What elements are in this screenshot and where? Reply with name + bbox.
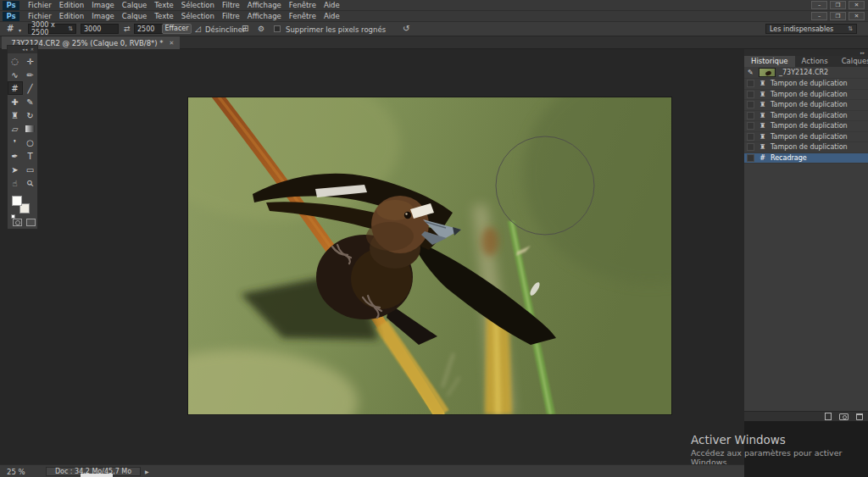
quick-selection-tool[interactable]: ✏ — [23, 68, 38, 81]
dodge-tool[interactable]: ○ — [23, 136, 38, 149]
restore-button[interactable]: ❐ — [830, 12, 846, 20]
healing-brush-tool[interactable]: ✚ — [8, 95, 23, 108]
delete-state-icon[interactable] — [856, 413, 863, 420]
history-source-well[interactable] — [747, 143, 754, 151]
history-source-well[interactable] — [747, 80, 754, 87]
hand-tool-icon: ☝ — [12, 179, 17, 188]
delete-cropped-pixels-checkbox[interactable] — [274, 25, 281, 32]
type-tool[interactable]: T — [23, 149, 38, 163]
history-entry[interactable]: ♜Tampon de duplication — [744, 79, 868, 90]
menu-edition[interactable]: Edition — [59, 11, 84, 22]
history-source-well[interactable] — [747, 154, 754, 162]
menu-affichage[interactable]: Affichage — [248, 0, 281, 11]
history-brush-tool[interactable]: ↻ — [23, 108, 38, 122]
quick-mask-icon[interactable] — [13, 219, 22, 226]
menu-texte[interactable]: Texte — [154, 11, 173, 22]
history-source-well[interactable] — [747, 133, 754, 141]
reset-tool-icon[interactable]: ↺ — [403, 24, 409, 33]
brush-tool[interactable]: ✎ — [23, 95, 38, 108]
swap-dimensions-icon[interactable]: ⇄ — [124, 25, 131, 33]
clear-button[interactable]: Effacer — [162, 24, 192, 34]
screen-mode-icon[interactable] — [26, 219, 36, 226]
menu-fichier[interactable]: Fichier — [28, 11, 52, 22]
menu-image[interactable]: Image — [92, 11, 114, 22]
menu-filtre[interactable]: Filtre — [222, 0, 240, 11]
zoom-level-field[interactable]: 25 % — [7, 468, 25, 476]
shape-tool[interactable]: ▭ — [23, 163, 38, 176]
brush-tool-icon: ✎ — [26, 97, 33, 107]
stamp-icon: ♜ — [758, 101, 767, 108]
gradient-tool[interactable] — [23, 122, 38, 136]
foreground-color-swatch[interactable] — [12, 196, 22, 206]
tab-actions[interactable]: Actions — [795, 56, 835, 67]
close-button[interactable]: ✕ — [849, 1, 865, 9]
history-entry[interactable]: ♜Tampon de duplication — [744, 100, 868, 111]
menu-filtre[interactable]: Filtre — [222, 11, 240, 22]
menu-calque[interactable]: Calque — [122, 11, 147, 22]
tab-historique[interactable]: Historique — [744, 56, 795, 67]
menu-fenetre[interactable]: Fenêtre — [289, 0, 316, 11]
blur-tool[interactable]: ❜ — [8, 136, 23, 149]
clone-stamp-tool[interactable]: ♜ — [8, 108, 23, 122]
tab-calques[interactable]: Calques — [835, 56, 868, 67]
restore-button[interactable]: ❐ — [830, 1, 846, 9]
healing-brush-tool-icon: ✚ — [11, 97, 18, 107]
history-source-well[interactable] — [747, 101, 754, 108]
eyedropper-tool[interactable]: ╱ — [23, 81, 38, 95]
crop-settings-gear-icon[interactable]: ⚙ — [258, 25, 264, 33]
lasso-tool[interactable]: ∿ — [8, 68, 23, 81]
status-flyout-icon[interactable]: ▶ — [145, 469, 149, 474]
hand-tool[interactable]: ☝ — [8, 176, 23, 190]
history-entry[interactable]: ♜Tampon de duplication — [744, 121, 868, 132]
window-controls: –❐✕ — [811, 12, 865, 20]
photo-canvas[interactable] — [188, 97, 671, 414]
close-button[interactable]: ✕ — [849, 12, 865, 20]
zoom-tool[interactable]: ⚲ — [23, 176, 38, 190]
crop-width-input[interactable] — [81, 24, 119, 34]
collapse-tools-icon[interactable]: ◂◂ — [22, 47, 28, 52]
move-tool[interactable]: ✛ — [23, 54, 38, 68]
minimize-button[interactable]: – — [811, 1, 827, 9]
tab-close-icon[interactable]: ✕ — [170, 40, 175, 47]
pen-tool[interactable]: ✒ — [8, 149, 23, 163]
menu-edition[interactable]: Edition — [59, 0, 84, 11]
path-selection-tool[interactable]: ➤ — [8, 163, 23, 176]
tool-preset-caret-icon[interactable]: ▾ — [19, 27, 21, 33]
eraser-tool[interactable]: ▱ — [8, 122, 23, 136]
straighten-label[interactable]: Désincliner — [205, 25, 245, 34]
menu-aide[interactable]: Aide — [324, 11, 340, 22]
menu-texte[interactable]: Texte — [154, 0, 173, 11]
tools-panel-header[interactable]: ◂◂ ✕ — [8, 46, 37, 53]
history-source-well[interactable] — [747, 122, 754, 130]
history-entry[interactable]: ♜Tampon de duplication — [744, 90, 868, 101]
marquee-tool[interactable]: ◌ — [8, 54, 23, 68]
new-document-from-state-icon[interactable] — [825, 413, 832, 420]
history-entry[interactable]: #Recadrage — [744, 153, 868, 164]
history-entry[interactable]: ♜Tampon de duplication — [744, 142, 868, 153]
history-snapshot-row[interactable]: ✎ _73Y2124.CR2 — [744, 67, 868, 79]
menu-selection[interactable]: Sélection — [181, 0, 214, 11]
menu-selection[interactable]: Sélection — [181, 11, 214, 22]
history-panel-footer — [744, 411, 868, 421]
menu-aide[interactable]: Aide — [324, 0, 340, 11]
history-source-well[interactable] — [747, 91, 754, 98]
history-brush-source-icon[interactable]: ✎ — [748, 69, 755, 76]
crop-tool[interactable]: # — [8, 81, 23, 95]
new-snapshot-icon[interactable] — [839, 413, 849, 420]
workspace-dropdown[interactable]: Les indispensables ⇅ — [765, 24, 857, 34]
history-source-well[interactable] — [747, 112, 754, 119]
close-tools-icon[interactable]: ✕ — [31, 47, 35, 52]
menu-image[interactable]: Image — [92, 0, 114, 11]
menu-fichier[interactable]: Fichier — [28, 0, 52, 11]
history-entry[interactable]: ♜Tampon de duplication — [744, 132, 868, 143]
history-entry[interactable]: ♜Tampon de duplication — [744, 111, 868, 122]
menu-fenetre[interactable]: Fenêtre — [289, 11, 316, 22]
straighten-icon[interactable]: ◿ — [195, 25, 201, 33]
collapse-panels-icon[interactable]: ▸▸ — [860, 50, 865, 55]
stepper-icon[interactable]: ⇅ — [68, 25, 73, 32]
crop-overlay-icon[interactable]: ⊞ — [242, 24, 248, 33]
menu-affichage[interactable]: Affichage — [248, 11, 281, 22]
crop-preset-dropdown[interactable]: 3000 x 2500 ⇅ — [28, 24, 76, 34]
menu-calque[interactable]: Calque — [122, 0, 147, 11]
minimize-button[interactable]: – — [811, 12, 827, 20]
